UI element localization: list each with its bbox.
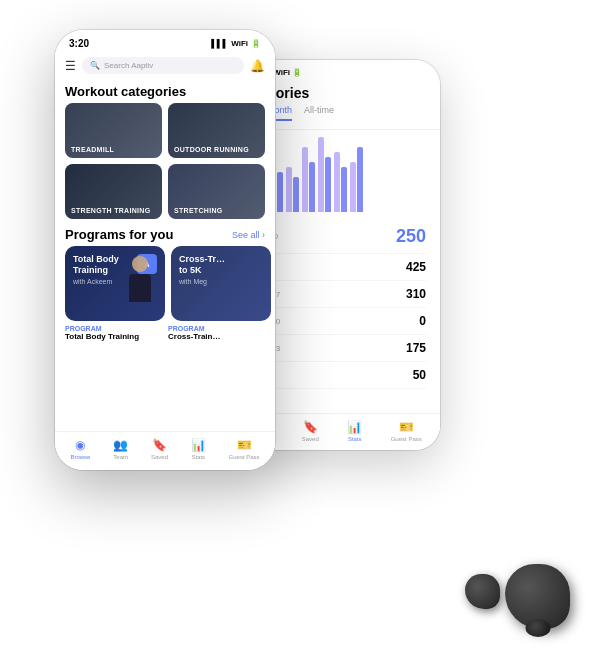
signal-icon: ▌▌▌ [211, 39, 228, 48]
bar-group-4 [302, 147, 315, 212]
search-icon: 🔍 [90, 61, 100, 70]
category-outdoor-running[interactable]: OUTDOOR RUNNING [168, 103, 265, 158]
bar-group-5 [318, 137, 331, 212]
bar [357, 147, 363, 212]
stats-row-may13: May 13 175 [254, 335, 426, 362]
nav-saved[interactable]: 🔖 Saved [151, 438, 168, 460]
earbud-small [465, 574, 500, 609]
status-icons: ▌▌▌ WiFi 🔋 [211, 39, 261, 48]
program-name: Cross-Train… [168, 332, 265, 341]
stats-value: 310 [406, 287, 426, 301]
program-info-2: PROGRAM Cross-Train… [168, 325, 265, 341]
see-all-link[interactable]: See all › [232, 230, 265, 240]
workout-section-title: Workout categories [55, 78, 275, 103]
stats-nav-stats[interactable]: 📊 Stats [347, 420, 362, 442]
category-treadmill[interactable]: TREADMILL [65, 103, 162, 158]
category-label: STRETCHING [174, 207, 223, 215]
program-tag: PROGRAM [168, 325, 265, 332]
bar [334, 152, 340, 212]
nav-label: Saved [302, 436, 319, 442]
earbuds [505, 564, 570, 629]
bar [341, 167, 347, 212]
nav-label: Guest Pass [229, 454, 260, 460]
categories-grid: TREADMILL OUTDOOR RUNNING STRENGTH TRAIN… [55, 103, 275, 219]
saved-icon: 🔖 [303, 420, 318, 434]
bar [277, 172, 283, 212]
bottom-nav: ◉ Browse 👥 Team 🔖 Saved 📊 Stats 🎫 [55, 431, 275, 470]
bar [286, 167, 292, 212]
program-bottom-info: PROGRAM Total Body Training PROGRAM Cros… [55, 321, 275, 341]
programs-list: Total BodyTraining with Ackeem A Cross-T… [55, 246, 275, 321]
stats-nav-saved[interactable]: 🔖 Saved [302, 420, 319, 442]
search-placeholder: Search Aaptiv [104, 61, 153, 70]
programs-section-title: Programs for you [65, 227, 173, 242]
bar [293, 177, 299, 212]
nav-label: Stats [348, 436, 362, 442]
tab-all-time[interactable]: All-time [304, 105, 334, 121]
saved-icon: 🔖 [152, 438, 167, 452]
nav-label: Saved [151, 454, 168, 460]
nav-browse[interactable]: ◉ Browse [70, 438, 90, 460]
browse-icon: ◉ [75, 438, 85, 452]
stats-value: 425 [406, 260, 426, 274]
category-strength-training[interactable]: STRENGTH TRAINING [65, 164, 162, 219]
nav-team[interactable]: 👥 Team [113, 438, 128, 460]
stats-row-jun10: Jun 10 250 [254, 220, 426, 254]
bar [302, 147, 308, 212]
program-card-total-body[interactable]: Total BodyTraining with Ackeem A [65, 246, 165, 321]
nav-guestpass[interactable]: 🎫 Guest Pass [229, 438, 260, 460]
stats-icon: 📊 [347, 420, 362, 434]
program-tag: PROGRAM [65, 325, 162, 332]
team-icon: 👥 [113, 438, 128, 452]
stats-value: 250 [396, 226, 426, 247]
category-label: STRENGTH TRAINING [71, 207, 150, 215]
stats-value: 175 [406, 341, 426, 355]
programs-header: Programs for you See all › [55, 219, 275, 246]
wifi-icon: WiFi [231, 39, 248, 48]
stats-row-may27: May 27 310 [254, 281, 426, 308]
menu-icon[interactable]: ☰ [65, 59, 76, 73]
bar-group-3 [286, 167, 299, 212]
battery-icon: 🔋 [251, 39, 261, 48]
bar [325, 157, 331, 212]
category-label: TREADMILL [71, 146, 114, 154]
person-silhouette [120, 256, 160, 321]
bar [350, 162, 356, 212]
stats-icon: 📊 [191, 438, 206, 452]
nav-label: Stats [191, 454, 205, 460]
bell-icon[interactable]: 🔔 [250, 59, 265, 73]
guestpass-icon: 🎫 [237, 438, 252, 452]
category-label: OUTDOOR RUNNING [174, 146, 249, 154]
stats-row-may20: May 20 0 [254, 308, 426, 335]
status-time: 3:20 [69, 38, 89, 49]
guestpass-icon: 🎫 [399, 420, 414, 434]
stats-value: 0 [419, 314, 426, 328]
search-bar: ☰ 🔍 Search Aaptiv 🔔 [55, 53, 275, 78]
stats-row-jun3: Jun 3 425 [254, 254, 426, 281]
bar [309, 162, 315, 212]
bar [318, 137, 324, 212]
nav-label: Guest Pass [391, 436, 422, 442]
search-field[interactable]: 🔍 Search Aaptiv [82, 57, 244, 74]
category-stretching[interactable]: STRETCHING [168, 164, 265, 219]
nav-label: Browse [70, 454, 90, 460]
program-name: Total Body Training [65, 332, 162, 341]
phone-screen: 3:20 ▌▌▌ WiFi 🔋 ☰ 🔍 Search Aaptiv 🔔 Work… [55, 30, 275, 470]
scene: ▌▌▌ WiFi 🔋 Calories By Month All-time [0, 0, 600, 659]
earbud-main [505, 564, 570, 629]
nav-label: Team [113, 454, 128, 460]
stats-nav-guestpass[interactable]: 🎫 Guest Pass [391, 420, 422, 442]
program-subtitle: with Meg [179, 278, 263, 285]
program-card-cross-train[interactable]: Cross-Tr…to 5K with Meg [171, 246, 271, 321]
nav-stats[interactable]: 📊 Stats [191, 438, 206, 460]
program-info-1: PROGRAM Total Body Training [65, 325, 162, 341]
phone-main: 3:20 ▌▌▌ WiFi 🔋 ☰ 🔍 Search Aaptiv 🔔 Work… [55, 30, 275, 470]
stats-row-may6: May 6 50 [254, 362, 426, 389]
program-title: Cross-Tr…to 5K [179, 254, 263, 276]
bar-group-7 [350, 147, 363, 212]
phone-notch [130, 30, 200, 48]
bar-group-6 [334, 152, 347, 212]
stats-value: 50 [413, 368, 426, 382]
